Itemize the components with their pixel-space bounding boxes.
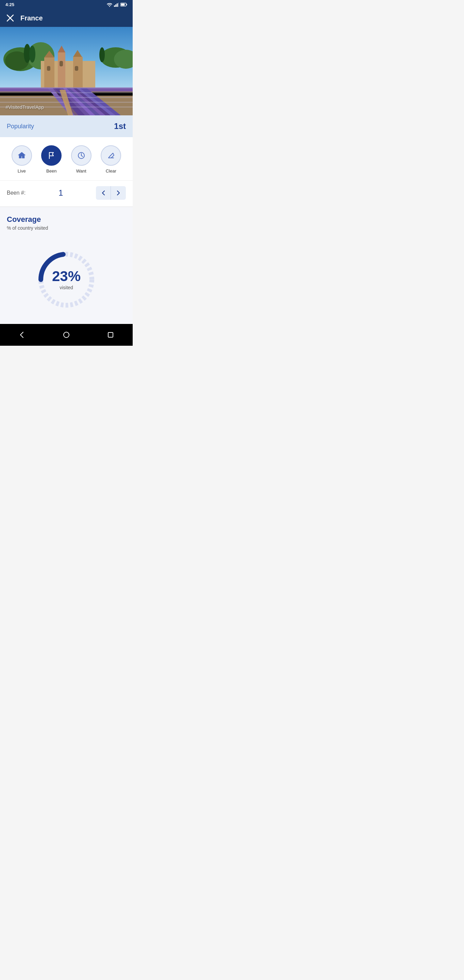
been-number: 1 [30,188,92,198]
coverage-subtitle: % of country visited [7,225,126,231]
popularity-section: Popularity 1st [0,115,133,137]
svg-rect-7 [121,4,125,6]
svg-point-0 [109,6,110,7]
svg-rect-3 [117,3,118,7]
coverage-section: Coverage % of country visited 23% visite… [0,207,133,324]
hero-scene-svg [0,27,133,115]
page-title: France [21,14,43,22]
back-nav-icon [18,331,26,339]
close-button[interactable] [5,13,15,23]
home-nav-icon [63,331,70,338]
android-recents-button[interactable] [104,328,118,342]
svg-line-9 [7,15,13,21]
been-nav-arrows [96,186,126,200]
svg-rect-21 [73,57,83,88]
coverage-visited-label: visited [60,285,73,290]
coverage-title: Coverage [7,215,126,224]
svg-rect-20 [44,57,54,88]
action-been[interactable]: Been [40,145,63,173]
svg-rect-1 [114,5,115,7]
action-live[interactable]: Live [10,145,34,173]
svg-rect-2 [115,5,116,7]
want-icon-container [71,145,92,166]
svg-rect-33 [0,92,133,93]
battery-icon [121,3,127,6]
eraser-icon [106,151,116,160]
svg-point-17 [29,46,35,63]
coverage-percent: 23% [52,269,81,283]
svg-rect-44 [108,332,113,337]
been-icon-container [41,145,62,166]
home-icon [17,151,27,160]
popularity-label: Popularity [7,123,34,130]
been-label: Been [46,169,56,173]
wifi-icon [107,3,112,7]
status-icons [107,3,127,7]
svg-rect-26 [47,66,50,71]
been-next-button[interactable] [111,186,126,200]
android-home-button[interactable] [60,328,73,342]
svg-rect-27 [60,61,63,66]
coverage-donut-chart: 23% visited [7,239,126,317]
clear-label: Clear [106,169,116,173]
android-back-button[interactable] [15,328,29,342]
been-counter-section: Been #: 1 [0,180,133,207]
hero-watermark: #VisitedTravelApp [5,105,44,110]
svg-point-18 [99,47,105,62]
donut-center: 23% visited [52,269,81,290]
signal-icon [114,3,119,7]
clock-icon [76,151,86,160]
svg-line-8 [7,15,13,21]
svg-rect-24 [58,52,65,88]
actions-section: Live Been Want Clear [0,137,133,180]
svg-point-43 [64,332,69,337]
svg-line-39 [81,156,83,156]
live-label: Live [18,169,26,173]
recents-nav-icon [107,331,114,338]
svg-rect-28 [75,66,78,71]
hero-image: #VisitedTravelApp [0,27,133,115]
svg-rect-4 [118,3,119,7]
popularity-value: 1st [114,121,126,131]
been-prev-button[interactable] [96,186,111,200]
action-want[interactable]: Want [69,145,93,173]
svg-rect-6 [127,4,127,5]
top-nav: France [0,9,133,27]
clear-icon-container [101,145,121,166]
android-nav-bar [0,324,133,346]
svg-rect-32 [0,88,133,89]
status-time: 4:25 [5,2,14,7]
action-clear[interactable]: Clear [99,145,123,173]
status-bar: 4:25 [0,0,133,9]
been-hash-label: Been #: [7,190,25,196]
prev-arrow-icon [102,190,105,196]
close-icon [6,14,14,22]
flag-icon [47,151,56,160]
want-label: Want [76,169,86,173]
live-icon-container [11,145,32,166]
next-arrow-icon [117,190,120,196]
